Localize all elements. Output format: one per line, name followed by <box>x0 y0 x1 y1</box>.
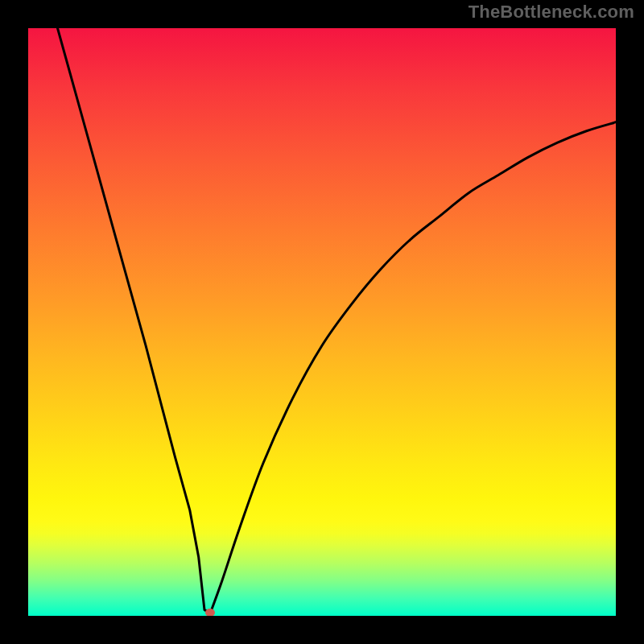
optimal-point-marker <box>205 609 215 616</box>
watermark-text: TheBottleneck.com <box>469 2 634 23</box>
chart-frame: TheBottleneck.com <box>0 0 644 644</box>
bottleneck-curve <box>28 28 616 616</box>
plot-area <box>28 28 616 616</box>
